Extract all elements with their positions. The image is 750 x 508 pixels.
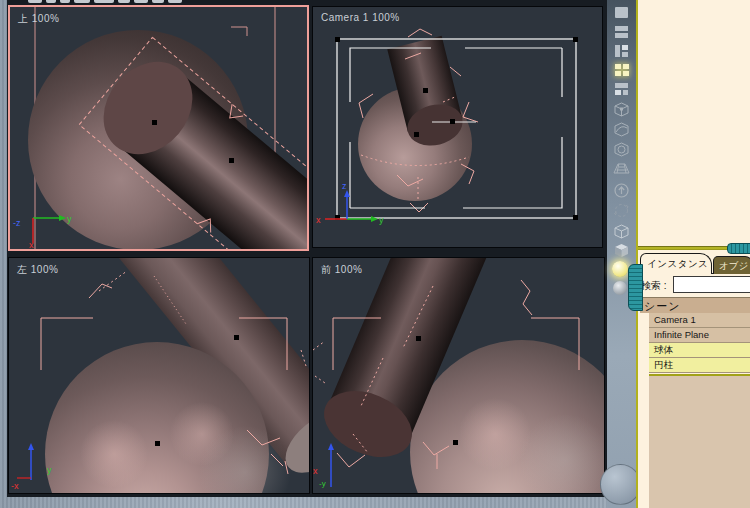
cropped-toolbar-button[interactable]: [118, 0, 130, 3]
tree-item-cylinder[interactable]: 円柱: [649, 358, 750, 373]
search-input[interactable]: [673, 276, 750, 293]
cropped-toolbar-button[interactable]: [134, 0, 148, 3]
toolbar-knob[interactable]: [600, 464, 641, 505]
svg-text:y: y: [47, 465, 52, 475]
tree-item-sphere[interactable]: 球体: [649, 343, 750, 358]
tab-object[interactable]: オブジ: [713, 256, 750, 274]
sphere-highlight: [80, 420, 148, 488]
svg-text:y: y: [379, 215, 384, 225]
panel-vertical-grip[interactable]: [628, 264, 643, 311]
layout-two-rows-icon[interactable]: [612, 24, 631, 41]
cropped-toolbar-button[interactable]: [28, 0, 42, 3]
display-wireframe-cube-icon[interactable]: [612, 223, 631, 240]
cropped-toolbar-button[interactable]: [168, 0, 182, 3]
cropped-toolbar-button[interactable]: [60, 0, 70, 3]
svg-text:y: y: [67, 214, 72, 224]
scene-tree: Camera 1 Infinite Plane 球体 円柱: [649, 313, 750, 373]
viewport-label: 上 100%: [18, 12, 59, 26]
layout-three-pane-alt-icon[interactable]: [612, 81, 631, 98]
selection-handle[interactable]: [155, 441, 160, 446]
left-view-scene: -x y: [9, 258, 309, 493]
top-view-scene: y x -z: [10, 7, 307, 249]
search-row: 検索 :: [638, 276, 750, 296]
display-box-vertex-icon[interactable]: [612, 101, 631, 118]
frame-handle[interactable]: [335, 37, 340, 42]
layout-single-view-icon[interactable]: [612, 5, 631, 22]
selection-handle[interactable]: [229, 158, 234, 163]
svg-text:-z: -z: [13, 218, 21, 228]
layout-four-views-icon[interactable]: [612, 62, 631, 79]
rotate-dashed-circle-icon[interactable]: [612, 202, 631, 219]
tree-item-camera1[interactable]: Camera 1: [649, 313, 750, 328]
search-label: 検索 :: [641, 279, 667, 293]
app-window: { "viewports": { "top": { "label": "上 10…: [0, 0, 750, 508]
front-view-scene: x -y: [313, 258, 604, 493]
svg-text:x: x: [313, 466, 318, 476]
selection-handle[interactable]: [152, 120, 157, 125]
viewport-top-view[interactable]: y x -z 上 100%: [8, 5, 309, 251]
display-box-curve-icon[interactable]: [612, 121, 631, 138]
panel-tabs: オブジ インスタンス: [638, 252, 750, 274]
svg-text:x: x: [316, 215, 321, 225]
selection-handle[interactable]: [416, 336, 421, 341]
display-solid-cube-icon[interactable]: [612, 242, 631, 259]
tree-item-infinite-plane[interactable]: Infinite Plane: [649, 328, 750, 343]
cropped-toolbar-button[interactable]: [74, 0, 90, 3]
browser-panel: オブジ インスタンス 検索 : シーン Camera 1 Infinite Pl…: [636, 0, 750, 508]
selection-handle[interactable]: [414, 132, 419, 137]
viewport-label: 前 100%: [321, 263, 362, 277]
svg-text:-y: -y: [319, 479, 326, 488]
selection-handle[interactable]: [423, 88, 428, 93]
selection-handle[interactable]: [234, 335, 239, 340]
display-gray-sphere-icon[interactable]: [613, 281, 627, 295]
camera-view-scene: x y z: [313, 7, 602, 247]
move-up-circle-icon[interactable]: [612, 182, 631, 199]
viewport-camera-view[interactable]: x y z Camera 1 100%: [312, 6, 603, 248]
layout-three-pane-icon[interactable]: [612, 43, 631, 60]
scene-tree-header[interactable]: シーン: [640, 297, 750, 313]
tree-empty-area: [649, 374, 750, 508]
display-toolbar: [607, 0, 636, 508]
svg-text:z: z: [342, 181, 347, 191]
display-shaded-sphere-icon[interactable]: [612, 261, 628, 277]
panel-horizontal-grip[interactable]: [727, 243, 750, 254]
viewport-front-view[interactable]: x -y 前 100%: [312, 257, 605, 494]
svg-text:-x: -x: [11, 481, 19, 491]
cropped-toolbar-button[interactable]: [152, 0, 164, 3]
display-grid-plane-icon[interactable]: [612, 160, 631, 177]
svg-text:x: x: [29, 240, 34, 249]
cropped-toolbar-button[interactable]: [46, 0, 56, 3]
cropped-toolbar-button[interactable]: [94, 0, 114, 3]
viewport-label: Camera 1 100%: [321, 12, 400, 23]
viewport-left-view[interactable]: -x y 左 100%: [8, 257, 310, 494]
selection-handle[interactable]: [453, 440, 458, 445]
viewport-label: 左 100%: [17, 263, 58, 277]
frame-handle[interactable]: [573, 37, 578, 42]
selection-handle[interactable]: [450, 119, 455, 124]
frame-handle[interactable]: [573, 215, 578, 220]
display-box-sphere-icon[interactable]: [612, 141, 631, 158]
tab-instance[interactable]: インスタンス: [640, 253, 712, 274]
